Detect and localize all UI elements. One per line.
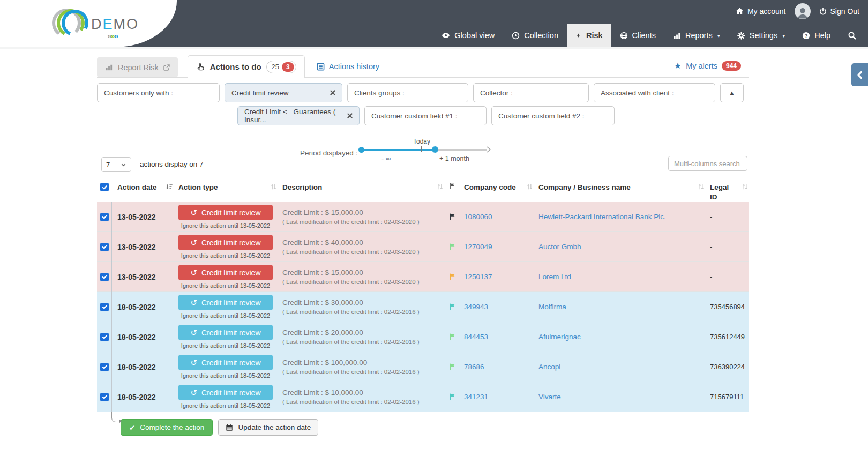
row-checkbox[interactable]	[100, 273, 109, 281]
credit-limit-review-button[interactable]: ↺Credit limit review	[178, 355, 273, 370]
bulk-actions-footer: ✔ Complete the action Update the action …	[97, 412, 749, 436]
update-action-date-button[interactable]: Update the action date	[218, 419, 318, 436]
action-date: 18-05-2022	[117, 303, 178, 311]
company-code-link[interactable]: 349943	[464, 303, 488, 311]
row-checkbox[interactable]	[100, 303, 109, 311]
filter-custom-field-1[interactable]: Customer custom field #1 :	[364, 106, 487, 125]
company-name-link[interactable]: Ancopi	[538, 363, 560, 371]
credit-limit-review-button[interactable]: ↺Credit limit review	[178, 385, 273, 400]
ignore-until-link[interactable]: Ignore this action until 18-05-2022	[178, 402, 273, 409]
complete-action-button[interactable]: ✔ Complete the action	[121, 419, 213, 436]
credit-limit-review-button[interactable]: ↺Credit limit review	[178, 325, 273, 340]
filter-clients-groups[interactable]: Clients groups :	[347, 83, 468, 102]
header-legal-id[interactable]: Legal ID	[710, 183, 732, 202]
period-end-handle[interactable]	[432, 146, 438, 153]
refresh-icon: ↺	[190, 358, 197, 367]
credit-limit-review-button[interactable]: ↺Credit limit review	[178, 235, 273, 250]
company-name-link[interactable]: Hewlett-Packard International Bank Plc.	[538, 213, 666, 221]
legal-id: 735456894	[710, 303, 749, 311]
company-name-link[interactable]: Lorem Ltd	[538, 273, 571, 281]
company-code-link[interactable]: 78686	[464, 363, 484, 371]
company-code-link[interactable]: 1270049	[464, 243, 492, 251]
period-label: Period displayed :	[300, 149, 357, 157]
flag-icon[interactable]	[449, 273, 464, 280]
sort-icon[interactable]	[526, 183, 533, 190]
filter-chip-credit-limit-guarantees[interactable]: Credit Limit <= Guarantees ( Insur...	[237, 106, 360, 125]
filter-associated-with-client[interactable]: Associated with client :	[594, 83, 715, 102]
company-code-link[interactable]: 341231	[464, 393, 488, 401]
nav-reports[interactable]: Reports ▾	[664, 24, 729, 47]
row-checkbox[interactable]	[100, 363, 109, 371]
row-checkbox[interactable]	[100, 213, 109, 221]
filter-custom-field-2[interactable]: Customer custom field #2 :	[491, 106, 615, 125]
sort-icon[interactable]	[698, 183, 705, 190]
collapse-panel-button[interactable]	[851, 63, 868, 86]
flag-icon[interactable]	[449, 243, 464, 250]
company-code-link[interactable]: 844453	[464, 333, 488, 341]
company-name-link[interactable]: Afulmerignac	[538, 333, 581, 341]
my-alerts-link[interactable]: ★ My alerts 944	[674, 61, 741, 77]
header-company-name[interactable]: Company / Business name	[538, 183, 631, 192]
row-checkbox[interactable]	[100, 243, 109, 251]
flag-icon[interactable]	[449, 363, 464, 370]
nav-risk[interactable]: Risk	[567, 24, 611, 47]
avatar[interactable]	[795, 3, 811, 19]
credit-limit-review-button[interactable]: ↺Credit limit review	[178, 265, 273, 280]
ignore-until-link[interactable]: Ignore this action until 18-05-2022	[178, 372, 273, 379]
table-row: 18-05-2022 ↺Credit limit review Ignore t…	[97, 292, 749, 322]
ignore-until-link[interactable]: Ignore this action until 18-05-2022	[178, 342, 273, 349]
company-code-link[interactable]: 1250137	[464, 273, 492, 281]
nav-global-view[interactable]: Global view	[433, 24, 503, 47]
credit-limit-review-button[interactable]: ↺Credit limit review	[178, 205, 273, 220]
company-name-link[interactable]: Molfirma	[538, 303, 566, 311]
credit-limit-review-button[interactable]: ↺Credit limit review	[178, 295, 273, 310]
ignore-until-link[interactable]: Ignore this action until 18-05-2022	[178, 312, 273, 319]
header-action-date[interactable]: Action date	[117, 183, 157, 192]
flag-icon[interactable]	[449, 333, 464, 340]
company-name-link[interactable]: Auctor Gmbh	[538, 243, 581, 251]
filter-chip-credit-limit-review[interactable]: Credit limit review	[225, 83, 342, 102]
sort-icon[interactable]	[742, 183, 749, 190]
ignore-until-link[interactable]: Ignore this action until 13-05-2022	[178, 282, 273, 289]
select-all-checkbox[interactable]	[100, 183, 109, 191]
nav-search-button[interactable]	[839, 24, 865, 47]
nav-clients[interactable]: Clients	[611, 24, 664, 47]
nav-settings[interactable]: Settings ▾	[729, 24, 794, 47]
multi-columns-search-input[interactable]	[668, 156, 747, 171]
flag-icon[interactable]	[449, 303, 464, 310]
collapse-filters-button[interactable]: ▲	[720, 83, 744, 102]
chevron-down-icon: ▾	[717, 33, 720, 39]
remove-filter-icon[interactable]	[347, 113, 353, 118]
sort-active-icon[interactable]	[166, 183, 173, 190]
sort-icon[interactable]	[270, 183, 277, 190]
filter-collector[interactable]: Collector :	[473, 83, 589, 102]
flag-icon[interactable]	[449, 393, 464, 400]
flag-icon[interactable]	[449, 213, 464, 220]
nav-help[interactable]: ? Help	[794, 24, 839, 47]
nav-collection[interactable]: Collection	[503, 24, 567, 47]
header-action-type[interactable]: Action type	[178, 183, 218, 192]
tab-actions-history[interactable]: Actions history	[317, 62, 379, 77]
company-code-link[interactable]: 1080060	[464, 213, 492, 221]
action-date: 18-05-2022	[117, 333, 178, 341]
header-description[interactable]: Description	[282, 183, 322, 192]
page-size-select[interactable]: 7	[101, 157, 131, 172]
header-company-code[interactable]: Company code	[464, 183, 516, 192]
ignore-until-link[interactable]: Ignore this action until 13-05-2022	[178, 252, 273, 259]
flag-column-icon[interactable]	[449, 183, 455, 189]
logo[interactable]: DEMO »»»	[49, 5, 140, 42]
my-account-link[interactable]: My account	[736, 7, 786, 16]
filter-customers-only-with[interactable]: Customers only with :	[97, 83, 220, 102]
sign-out-link[interactable]: Sign Out	[819, 7, 859, 16]
filters-row-2: Credit Limit <= Guarantees ( Insur... Cu…	[237, 106, 749, 125]
sort-icon[interactable]	[437, 183, 444, 190]
tab-report-risk[interactable]: Report Risk	[97, 57, 178, 77]
company-name-link[interactable]: Vivarte	[538, 393, 561, 401]
ignore-until-link[interactable]: Ignore this action until 13-05-2022	[178, 222, 273, 229]
row-checkbox[interactable]	[100, 393, 109, 401]
tab-actions-to-do[interactable]: Actions to do 25 3	[188, 55, 305, 78]
period-start-handle[interactable]	[358, 147, 364, 153]
remove-filter-icon[interactable]	[330, 90, 335, 95]
table-row: 13-05-2022 ↺Credit limit review Ignore t…	[97, 262, 749, 292]
row-checkbox[interactable]	[100, 333, 109, 341]
